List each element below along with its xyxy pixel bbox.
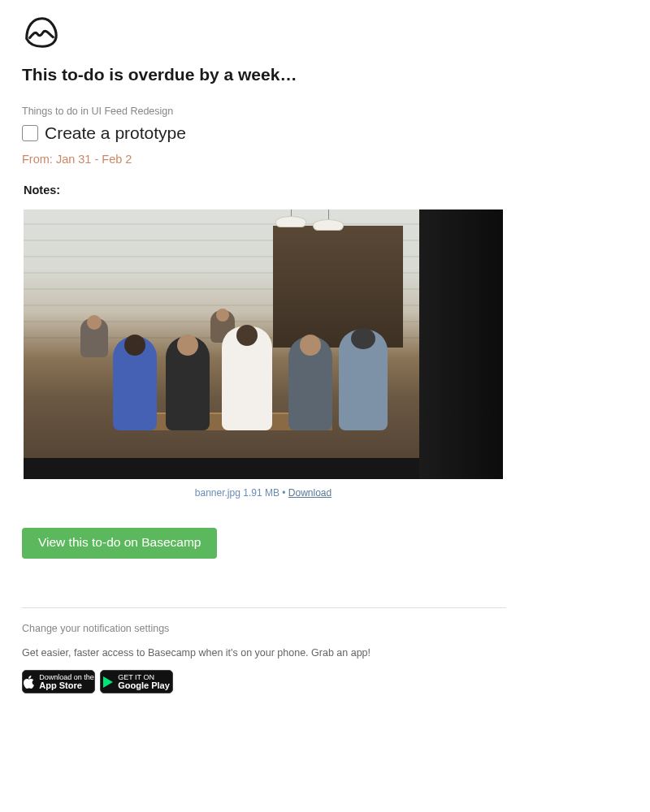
page-title: This to-do is overdue by a week… xyxy=(22,65,628,84)
app-store-button[interactable]: Download on the App Store xyxy=(22,670,95,693)
todo-checkbox[interactable] xyxy=(22,125,38,141)
app-store-label: Download on the App Store xyxy=(39,674,94,690)
todo-title: Create a prototype xyxy=(45,123,186,143)
attachment-image[interactable] xyxy=(24,209,503,479)
footer-divider xyxy=(22,607,506,608)
notes-label: Notes: xyxy=(24,184,628,197)
breadcrumb: Things to do in UI Feed Redesign xyxy=(22,106,628,117)
attachment-filename: banner.jpg xyxy=(195,487,240,499)
google-play-button[interactable]: GET IT ON Google Play xyxy=(100,670,173,693)
attachment-caption: banner.jpg 1.91 MB • Download xyxy=(24,487,503,499)
app-promo-text: Get easier, faster access to Basecamp wh… xyxy=(22,647,628,659)
attachment-separator: • xyxy=(282,487,288,499)
apple-icon xyxy=(23,676,34,689)
download-link[interactable]: Download xyxy=(288,487,332,499)
attachment-filesize: 1.91 MB xyxy=(243,487,280,499)
todo-date-range: From: Jan 31 - Feb 2 xyxy=(22,153,628,166)
todo-item: Create a prototype xyxy=(22,123,628,143)
notification-settings-link[interactable]: Change your notification settings xyxy=(22,623,628,634)
google-play-label: GET IT ON Google Play xyxy=(118,674,170,690)
basecamp-logo xyxy=(22,15,628,52)
basecamp-logo-icon xyxy=(22,15,59,49)
view-on-basecamp-button[interactable]: View this to-do on Basecamp xyxy=(22,528,217,559)
store-buttons: Download on the App Store GET IT ON Goog… xyxy=(22,670,628,693)
google-play-icon xyxy=(103,676,113,688)
